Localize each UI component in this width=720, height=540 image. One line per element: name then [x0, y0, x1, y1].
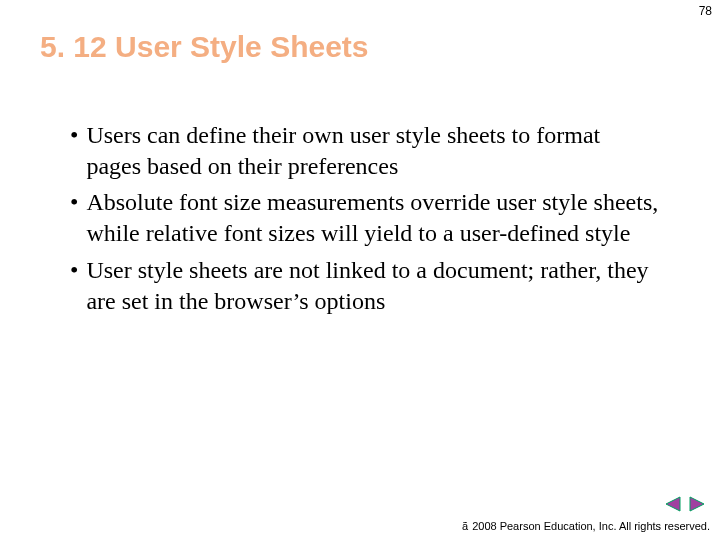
slide-title: 5. 12 User Style Sheets	[40, 30, 369, 64]
bullet-dot-icon: •	[70, 255, 78, 286]
copyright-symbol: ã	[462, 520, 468, 532]
bullet-text: Users can define their own user style sh…	[86, 120, 660, 181]
nav-controls	[664, 496, 706, 512]
slide-body: • Users can define their own user style …	[70, 120, 660, 322]
footer-text: 2008 Pearson Education, Inc. All rights …	[472, 520, 710, 532]
next-slide-button[interactable]	[688, 496, 706, 512]
triangle-left-icon	[664, 496, 682, 512]
footer: ã 2008 Pearson Education, Inc. All right…	[462, 520, 710, 532]
svg-marker-1	[690, 497, 704, 511]
page-number: 78	[699, 4, 712, 18]
bullet-item: • Absolute font size measurements overri…	[70, 187, 660, 248]
bullet-item: • Users can define their own user style …	[70, 120, 660, 181]
prev-slide-button[interactable]	[664, 496, 682, 512]
bullet-text: Absolute font size measurements override…	[86, 187, 660, 248]
bullet-dot-icon: •	[70, 187, 78, 218]
bullet-text: User style sheets are not linked to a do…	[86, 255, 660, 316]
slide: 78 5. 12 User Style Sheets • Users can d…	[0, 0, 720, 540]
bullet-dot-icon: •	[70, 120, 78, 151]
bullet-item: • User style sheets are not linked to a …	[70, 255, 660, 316]
svg-marker-0	[666, 497, 680, 511]
triangle-right-icon	[688, 496, 706, 512]
